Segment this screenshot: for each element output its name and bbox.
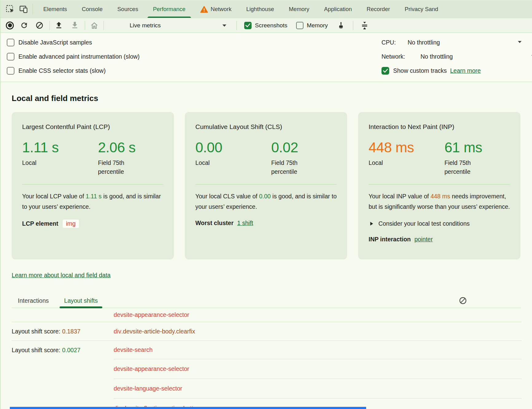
table-row[interactable]: devsite-appearance-selector [12, 308, 522, 322]
chevron-down-icon [222, 24, 227, 27]
divider [22, 184, 163, 185]
inp-local-value: 448 ms [369, 139, 444, 156]
gc-brush-icon[interactable] [336, 20, 346, 31]
tab-lighthouse[interactable]: Lighthouse [239, 1, 282, 18]
worst-cluster-label: Worst cluster [195, 220, 233, 227]
inspect-element-icon[interactable] [5, 4, 15, 14]
divider [237, 21, 237, 30]
tab-privacy-sandbox[interactable]: Privacy Sand [397, 1, 446, 18]
layout-shifts-table: devsite-appearance-selector Layout shift… [12, 308, 522, 409]
inp-interaction-label: INP interaction [369, 236, 411, 243]
tab-performance[interactable]: Performance [146, 1, 193, 18]
record-button[interactable] [6, 21, 14, 29]
divider [85, 21, 85, 30]
cls-local-value: 0.00 [195, 139, 271, 156]
tab-application[interactable]: Application [317, 1, 359, 18]
cpu-label: CPU: [381, 39, 408, 46]
download-profile-icon[interactable] [69, 20, 80, 31]
local-field-data-learn-more-link[interactable]: Learn more about local and field data [12, 272, 111, 279]
lcp-field-value: 2.06 s [98, 139, 139, 156]
disable-js-samples-checkbox[interactable] [7, 39, 14, 46]
tab-elements[interactable]: Elements [36, 1, 74, 18]
local-test-conditions-expander[interactable]: Consider your local test conditions [369, 220, 510, 227]
table-row[interactable]: Layout shift score:0.0027 devsite-search [12, 341, 522, 359]
lcp-local-value: 1.11 s [22, 139, 98, 156]
devtools-tabbar: Elements Console Sources Performance Net… [1, 1, 532, 18]
log-tabbar: Interactions Layout shifts [12, 294, 521, 308]
collapse-panel-icon[interactable] [359, 20, 370, 31]
cls-description: Your local CLS value of 0.00 is good, an… [195, 191, 337, 212]
clear-log-icon[interactable] [458, 296, 467, 305]
css-selector-stats-label: Enable CSS selector stats (slow) [18, 67, 106, 74]
lcp-local-label: Local [22, 158, 64, 167]
tab-recorder[interactable]: Recorder [359, 1, 397, 18]
advanced-paint-checkbox[interactable] [7, 53, 14, 60]
metric-cards: Largest Contentful Paint (LCP) 1.11 s Lo… [12, 112, 521, 259]
performance-toolbar: Live metrics Screenshots Memory [1, 18, 532, 33]
custom-tracks-row: Show custom tracks Learn more [381, 66, 532, 75]
inp-card-title: Interaction to Next Paint (INP) [369, 123, 510, 130]
warning-icon [200, 6, 208, 13]
upload-profile-icon[interactable] [53, 20, 64, 31]
cls-field-value: 0.02 [271, 139, 313, 156]
throttling-settings: CPU: No throttling Network: No throttlin… [381, 38, 532, 75]
element-link[interactable]: devsite-language-selector [114, 385, 182, 392]
table-row[interactable]: devsite-language-selector [12, 379, 522, 399]
clear-icon[interactable] [34, 20, 45, 31]
chevron-down-icon[interactable] [518, 41, 522, 43]
element-link[interactable]: devsite-appearance-selector [114, 311, 189, 318]
divider [49, 21, 50, 30]
device-toolbar-icon[interactable] [18, 4, 29, 14]
inp-local-label: Local [369, 158, 410, 167]
score-value: 0.1837 [62, 328, 80, 335]
home-icon[interactable] [89, 20, 100, 31]
cpu-throttling-select[interactable]: No throttling [408, 39, 440, 46]
memory-label: Memory [307, 22, 328, 29]
element-class-link[interactable]: .devsite-article-body.clearfix [121, 328, 195, 335]
tab-layout-shifts[interactable]: Layout shifts [60, 294, 102, 308]
disable-js-samples-label: Disable JavaScript samples [18, 39, 92, 46]
network-throttling-select[interactable]: No throttling [421, 53, 453, 60]
score-label: Layout shift score: [12, 347, 60, 354]
show-custom-tracks-checkbox[interactable] [381, 67, 389, 75]
lcp-card-title: Largest Contentful Paint (LCP) [22, 123, 163, 130]
inp-interaction-link[interactable]: pointer [414, 236, 433, 243]
lcp-element-label: LCP element [22, 220, 58, 227]
lcp-description: Your local LCP value of 1.11 s is good, … [22, 191, 163, 212]
lcp-element-link[interactable]: img [63, 220, 79, 228]
memory-checkbox[interactable] [296, 22, 303, 29]
table-row[interactable]: Layout shift score:0.1837 div.devsite-ar… [12, 322, 522, 341]
divider [33, 4, 33, 14]
inp-description: Your local INP value of 448 ms needs imp… [369, 191, 510, 212]
css-selector-stats-checkbox[interactable] [7, 67, 14, 75]
divider [353, 21, 353, 30]
cls-card: Cumulative Layout Shift (CLS) 0.00 Local… [185, 112, 347, 259]
screenshots-label: Screenshots [255, 22, 288, 29]
network-throttling-row: Network: No throttling [381, 52, 532, 61]
inp-card: Interaction to Next Paint (INP) 448 ms L… [358, 112, 520, 259]
capture-settings-pane: Disable JavaScript samples Enable advanc… [1, 33, 532, 82]
live-metrics-view: Local and field metrics Largest Contentf… [1, 93, 532, 409]
lcp-card: Largest Contentful Paint (LCP) 1.11 s Lo… [12, 112, 174, 259]
reload-and-record-icon[interactable] [19, 20, 29, 31]
history-dropdown[interactable]: Live metrics [130, 22, 231, 29]
network-label: Network: [381, 53, 421, 60]
tab-network[interactable]: Network [193, 1, 239, 18]
table-row[interactable]: devsite-appearance-selector [12, 359, 522, 379]
worst-cluster-link[interactable]: 1 shift [237, 220, 253, 227]
tab-console[interactable]: Console [74, 1, 110, 18]
history-dropdown-value: Live metrics [130, 22, 161, 29]
custom-tracks-learn-more-link[interactable]: Learn more [450, 67, 481, 74]
element-link[interactable]: div [114, 328, 121, 335]
tab-sources[interactable]: Sources [110, 1, 146, 18]
disable-js-samples-row: Disable JavaScript samples [7, 38, 140, 47]
tab-memory[interactable]: Memory [281, 1, 317, 18]
inp-field-value: 61 ms [444, 139, 486, 156]
css-selector-stats-row: Enable CSS selector stats (slow) [7, 66, 140, 75]
screenshots-checkbox[interactable] [244, 22, 252, 29]
element-link[interactable]: devsite-search [114, 346, 153, 353]
disclosure-triangle-icon [370, 221, 374, 226]
cls-local-label: Local [195, 158, 237, 167]
element-link[interactable]: devsite-appearance-selector [114, 365, 189, 372]
tab-interactions[interactable]: Interactions [13, 294, 53, 308]
